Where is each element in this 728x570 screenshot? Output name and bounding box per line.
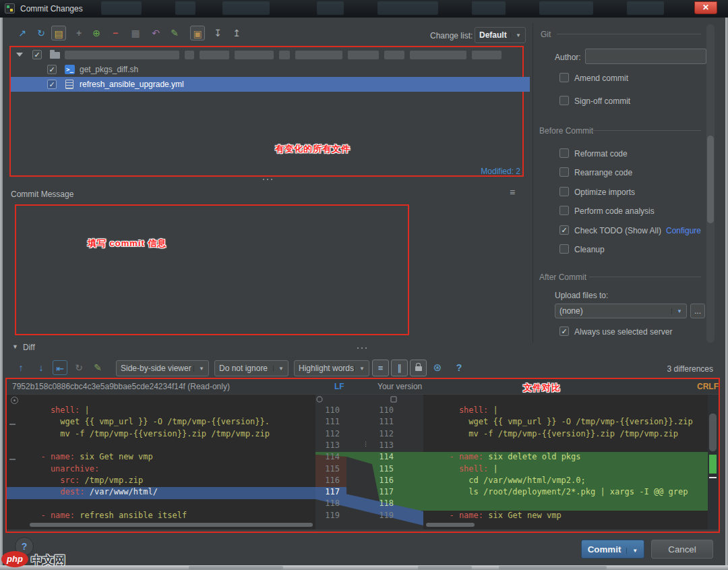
amend-commit-label: Amend commit: [574, 74, 628, 83]
gear-icon[interactable]: ⊛: [430, 360, 445, 375]
tree-row-file2-selected[interactable]: ✓ refresh_ansible_upgrade.yml: [11, 77, 530, 92]
brand-text: 中文网: [31, 552, 65, 568]
code-line: unarchive:: [7, 464, 315, 476]
tree-row-file1[interactable]: ✓ >_ get_pkgs_diff.sh: [11, 62, 526, 77]
change-list-select[interactable]: Default ▼: [475, 27, 526, 43]
chevron-down-icon: ▼: [671, 308, 682, 314]
upload-target-value: (none): [559, 306, 583, 316]
lock-toggle[interactable]: [410, 360, 427, 376]
lock-icon: [415, 366, 422, 371]
group-by-directory-icon[interactable]: ▣: [190, 26, 205, 40]
horizontal-scrollbar[interactable]: [30, 523, 313, 527]
code-analysis-checkbox[interactable]: [559, 206, 569, 215]
chevron-down-icon: ▼: [510, 32, 521, 38]
file1-checkbox[interactable]: ✓: [47, 65, 57, 74]
changelist-icon[interactable]: ▦: [128, 26, 143, 40]
code-line: - name: six Get new vmp: [423, 511, 708, 523]
code-line: wget {{ vmp_url }} -O /tmp/vmp-{{version…: [423, 417, 708, 429]
file2-checkbox[interactable]: ✓: [47, 80, 57, 89]
chevron-down-icon: ▼: [354, 366, 365, 372]
app-icon: [5, 3, 15, 13]
add-icon[interactable]: +: [71, 26, 86, 40]
delete-icon[interactable]: −: [108, 26, 123, 40]
splitter-handle[interactable]: [356, 347, 368, 349]
check-todo-checkbox[interactable]: ✓: [559, 225, 569, 235]
author-field[interactable]: [585, 49, 706, 64]
horizontal-scrollbar[interactable]: [426, 523, 475, 527]
close-icon[interactable]: ✕: [694, 1, 717, 14]
apply-changes-icon[interactable]: ⇤: [53, 360, 67, 375]
signoff-commit-checkbox[interactable]: [559, 96, 569, 105]
window-border-bottom: [0, 565, 728, 570]
chevron-down-icon[interactable]: ▼: [626, 548, 638, 554]
eye-icon[interactable]: [11, 397, 18, 404]
rollback-icon[interactable]: ↶: [148, 26, 163, 40]
code-analysis-label: Perform code analysis: [574, 206, 655, 216]
title-bar[interactable]: Commit Changes ✕: [0, 0, 728, 18]
message-history-icon[interactable]: ≡: [510, 187, 515, 198]
after-commit-title: After Commit: [539, 273, 586, 282]
commit-changes-dialog: Commit Changes ✕ ↗ ↻ ▤ + ⊕ − ▦ ↶ ✎ ▣ ↧ ↥…: [0, 0, 728, 570]
annotation-box-message: [15, 204, 409, 335]
move-to-changelist-icon[interactable]: ⊕: [89, 26, 104, 40]
show-diff-icon[interactable]: ▤: [51, 26, 66, 40]
jump-to-source-icon[interactable]: ↗: [15, 26, 30, 40]
ignore-policy-select[interactable]: Do not ignore▼: [214, 360, 289, 376]
cancel-button[interactable]: Cancel: [651, 540, 713, 559]
diff-collapse-icon[interactable]: ▼: [12, 343, 18, 350]
code-line: mv -f /tmp/vmp-{{version}}.zip /tmp/vmp.…: [423, 429, 708, 441]
file1-label: get_pkgs_diff.sh: [80, 62, 138, 77]
whitespace-toggle[interactable]: ≡: [372, 360, 389, 376]
code-line-selected: dest: /var/www/html/: [7, 487, 315, 499]
svg-text:⋮: ⋮: [363, 440, 369, 447]
diff-right-editor[interactable]: shell: | wget {{ vmp_url }} -O /tmp/vmp-…: [423, 395, 708, 530]
previous-difference-icon[interactable]: ↑: [13, 360, 28, 375]
error-stripe[interactable]: [708, 395, 719, 530]
configure-link[interactable]: Configure: [666, 226, 701, 235]
tree-row-folder[interactable]: ✓: [11, 47, 526, 62]
code-line-added: shell: |: [423, 464, 708, 476]
next-difference-icon[interactable]: ↓: [34, 360, 49, 375]
upload-more-button[interactable]: ...: [690, 304, 705, 318]
code-line-added: - name: six delete old pkgs: [423, 452, 708, 464]
code-line-added: cd /var/www/html/vmp2.0;: [423, 476, 708, 488]
reformat-code-label: Reformat code: [574, 149, 628, 159]
sidebar-scrollbar[interactable]: [706, 24, 715, 343]
cleanup-checkbox[interactable]: [559, 244, 569, 254]
commit-button[interactable]: Commit▼: [581, 540, 644, 559]
reformat-code-checkbox[interactable]: [559, 148, 569, 158]
diff-left-editor[interactable]: shell: | wget {{ vmp_url }} -O /tmp/vmp-…: [7, 395, 315, 530]
viewer-select[interactable]: Side-by-side viewer▼: [116, 360, 209, 376]
commit-message-label: Commit Message: [11, 190, 73, 199]
always-server-label: Always use selected server: [574, 327, 672, 337]
chevron-down-icon: ▼: [273, 366, 284, 372]
tree-expand-icon[interactable]: [16, 53, 23, 57]
amend-commit-checkbox[interactable]: [559, 73, 569, 82]
code-line: [7, 498, 315, 511]
collapse-all-icon[interactable]: ↥: [229, 26, 244, 40]
highlight-policy-select[interactable]: Highlight words▼: [294, 360, 369, 376]
refresh-icon[interactable]: ↻: [34, 26, 49, 40]
sync-scroll-toggle[interactable]: ∥: [391, 360, 408, 376]
upload-target-select[interactable]: (none) ▼: [555, 304, 687, 318]
reset-icon[interactable]: ↻: [71, 360, 86, 375]
cleanup-label: Cleanup: [574, 245, 605, 254]
folder-checkbox[interactable]: ✓: [32, 50, 42, 59]
added-change-marker[interactable]: [709, 455, 717, 474]
code-line-added: [423, 498, 708, 511]
annotation-message-text: 填写 commit 信息: [88, 237, 166, 250]
optimize-imports-checkbox[interactable]: [559, 187, 569, 196]
rearrange-code-checkbox[interactable]: [559, 167, 569, 177]
yaml-file-icon: [65, 80, 73, 89]
optimize-imports-label: Optimize imports: [574, 188, 635, 197]
sidebar-divider: [533, 23, 533, 343]
edit-source-icon[interactable]: ✎: [167, 26, 182, 40]
git-section-title: Git: [541, 30, 551, 39]
author-label: Author:: [555, 53, 581, 62]
splitter-handle[interactable]: [262, 178, 274, 181]
edit-icon[interactable]: ✎: [90, 360, 105, 375]
always-server-checkbox[interactable]: ✓: [559, 326, 569, 336]
scrollbar-thumb[interactable]: [709, 414, 717, 451]
expand-all-icon[interactable]: ↧: [210, 26, 225, 40]
help-icon[interactable]: ?: [452, 360, 466, 375]
